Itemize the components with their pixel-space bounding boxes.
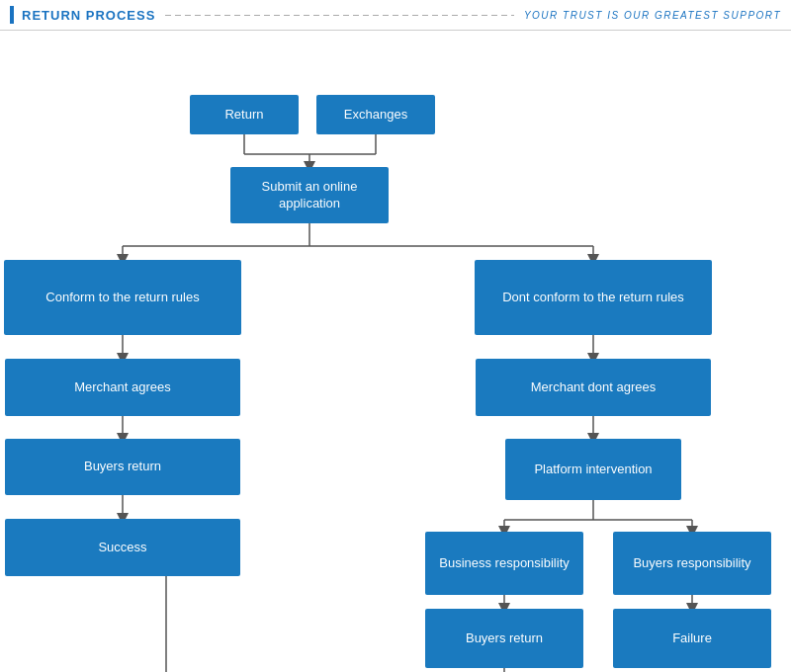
dont-conform-box: Dont conform to the return rules (475, 260, 712, 335)
header-divider (165, 15, 514, 16)
header: RETURN PROCESS YOUR TRUST IS OUR GREATES… (0, 0, 791, 31)
submit-box: Submit an online application (230, 167, 389, 223)
merchant-agrees-box: Merchant agrees (5, 359, 240, 416)
merchant-dont-box: Merchant dont agrees (476, 359, 711, 416)
conform-box: Conform to the return rules (4, 260, 241, 335)
flowchart: Return Exchanges Submit an online applic… (0, 31, 791, 672)
business-resp-box: Business responsibility (425, 532, 583, 595)
buyers-return-left-box: Buyers return (5, 439, 240, 495)
header-title: RETURN PROCESS (22, 8, 155, 23)
success-box: Success (5, 519, 240, 576)
header-tagline: YOUR TRUST IS OUR GREATEST SUPPORT (524, 10, 781, 21)
platform-box: Platform intervention (505, 439, 681, 500)
buyers-return-right-box: Buyers return (425, 609, 583, 668)
buyers-resp-box: Buyers responsibility (613, 532, 771, 595)
failure-box: Failure (613, 609, 771, 668)
return-box: Return (190, 95, 299, 134)
exchanges-box: Exchanges (316, 95, 435, 134)
header-accent-bar (10, 6, 14, 24)
